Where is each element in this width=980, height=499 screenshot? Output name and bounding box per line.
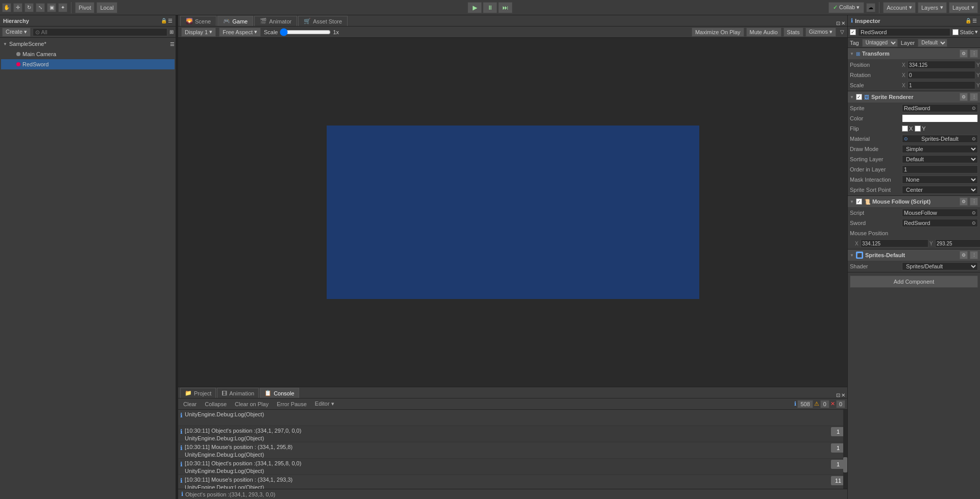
- clear-button[interactable]: Clear: [180, 400, 200, 409]
- sword-field[interactable]: RedSword ⊙: [902, 219, 978, 227]
- close-bottom-icon[interactable]: ✕: [841, 392, 845, 398]
- move-tool-icon[interactable]: ✛: [13, 3, 22, 12]
- layout-dropdown[interactable]: Layout ▾: [949, 2, 978, 13]
- collapse-button[interactable]: Collapse: [202, 400, 230, 409]
- editor-dropdown[interactable]: Editor ▾: [312, 400, 337, 409]
- flip-x-checkbox[interactable]: [902, 126, 908, 132]
- mf-more-icon[interactable]: ⋮: [970, 197, 978, 206]
- layers-dropdown[interactable]: Layers ▾: [918, 2, 947, 13]
- draw-mode-dropdown[interactable]: Simple: [902, 145, 978, 153]
- tab-asset-store[interactable]: 🛒 Asset Store: [298, 16, 348, 26]
- tab-game[interactable]: 🎮 Game: [217, 16, 253, 26]
- tab-animator[interactable]: 🎬 Animator: [254, 16, 297, 26]
- pivot-button[interactable]: Pivot: [75, 2, 94, 13]
- hierarchy-search[interactable]: [33, 28, 167, 36]
- maximize-panel-icon[interactable]: ⊡: [836, 20, 840, 26]
- mouse-x[interactable]: [861, 239, 928, 247]
- create-button[interactable]: Create ▾: [2, 28, 31, 37]
- tab-scene[interactable]: 🌄 Scene: [180, 16, 216, 26]
- sr-enabled-checkbox[interactable]: ✓: [856, 94, 862, 100]
- menu-icon[interactable]: ☰: [168, 18, 173, 23]
- collapse-icon[interactable]: ▽: [840, 29, 844, 35]
- mf-enabled-checkbox[interactable]: ✓: [856, 198, 862, 205]
- hierarchy-item-camera[interactable]: Main Camera: [1, 49, 175, 59]
- aspect-dropdown[interactable]: Free Aspect ▾: [219, 28, 261, 37]
- rotation-x[interactable]: [908, 71, 975, 79]
- script-field[interactable]: MouseFollow ⊙: [902, 209, 978, 217]
- play-button[interactable]: ▶: [468, 2, 482, 13]
- sorting-layer-dropdown[interactable]: Default: [902, 155, 978, 163]
- static-checkbox[interactable]: [952, 29, 959, 35]
- sr-settings-icon[interactable]: ⚙: [960, 93, 968, 101]
- transform-header[interactable]: ▼ ⊞ Transform ⚙ ⋮: [848, 48, 980, 59]
- maximize-on-play-button[interactable]: Maximize On Play: [692, 28, 744, 37]
- scene-menu-icon[interactable]: ☰: [170, 41, 175, 47]
- hierarchy-item-redsword[interactable]: RedSword: [1, 59, 175, 69]
- transform-more-icon[interactable]: ⋮: [970, 49, 978, 58]
- maximize-bottom-icon[interactable]: ⊡: [836, 392, 840, 398]
- sr-more-icon[interactable]: ⋮: [970, 93, 978, 101]
- tab-console[interactable]: 📋 Console: [260, 388, 299, 398]
- color-field[interactable]: [902, 114, 978, 122]
- close-panel-icon[interactable]: ✕: [841, 20, 845, 26]
- flip-y-checkbox[interactable]: [915, 126, 921, 132]
- object-name-field[interactable]: [858, 28, 950, 36]
- active-checkbox[interactable]: ✓: [850, 29, 856, 35]
- menu-inspector-icon[interactable]: ☰: [972, 18, 977, 23]
- hand-tool-icon[interactable]: ✋: [2, 3, 11, 12]
- error-pause-button[interactable]: Error Pause: [274, 400, 310, 409]
- console-scrollbar[interactable]: [843, 410, 847, 489]
- sprite-field[interactable]: RedSword ⊙: [902, 104, 978, 112]
- sprite-renderer-header[interactable]: ▼ ✓ 🖼 Sprite Renderer ⚙ ⋮: [848, 91, 980, 103]
- sprite-pick-icon[interactable]: ⊙: [972, 106, 976, 111]
- order-in-layer-field[interactable]: [902, 165, 978, 173]
- console-row-0[interactable]: ℹ [10:30:11] Object's position :(334,1, …: [178, 426, 847, 442]
- layer-dropdown[interactable]: Default: [918, 39, 947, 47]
- display-dropdown[interactable]: Display 1 ▾: [181, 28, 216, 37]
- clear-on-play-button[interactable]: Clear on Play: [232, 400, 272, 409]
- shader-dropdown[interactable]: Sprites/Default: [902, 262, 978, 270]
- console-row-partial[interactable]: ℹ UnityEngine.Debug:Log(Object): [178, 410, 847, 426]
- cloud-icon[interactable]: ☁: [866, 3, 875, 12]
- collab-button[interactable]: ✓ Collab ▾: [828, 2, 864, 13]
- script-pick-icon[interactable]: ⊙: [972, 210, 976, 215]
- mouse-y[interactable]: [935, 239, 980, 247]
- sd-more-icon[interactable]: ⋮: [970, 251, 978, 259]
- mute-audio-button[interactable]: Mute Audio: [746, 28, 781, 37]
- sd-settings-icon[interactable]: ⚙: [960, 251, 968, 259]
- mouse-follow-header[interactable]: ▼ ✓ 📜 Mouse Follow (Script) ⚙ ⋮: [848, 196, 980, 207]
- material-field[interactable]: ⊙ Sprites-Default ⊙: [902, 135, 978, 143]
- scale-x[interactable]: [908, 81, 975, 89]
- rotate-tool-icon[interactable]: ↻: [24, 3, 34, 12]
- mask-interaction-dropdown[interactable]: None: [902, 176, 978, 184]
- transform-settings-icon[interactable]: ⚙: [960, 49, 968, 58]
- local-button[interactable]: Local: [96, 2, 117, 13]
- console-row-3[interactable]: ℹ [10:30:11] Mouse's position : (334,1, …: [178, 475, 847, 489]
- material-pick-icon[interactable]: ⊙: [972, 136, 976, 141]
- account-dropdown[interactable]: Account ▾: [883, 2, 916, 13]
- position-x[interactable]: [908, 61, 975, 69]
- console-row-1[interactable]: ℹ [10:30:11] Mouse's position : (334,1, …: [178, 442, 847, 459]
- custom-tool-icon[interactable]: ✦: [58, 3, 67, 12]
- step-button[interactable]: ⏭: [498, 2, 512, 13]
- console-row-2[interactable]: ℹ [10:30:11] Object's position :(334,1, …: [178, 459, 847, 475]
- scene-item[interactable]: ▼ SampleScene* ☰: [1, 39, 175, 49]
- static-dropdown-icon[interactable]: ▾: [975, 29, 978, 35]
- rect-tool-icon[interactable]: ▣: [47, 3, 56, 12]
- stats-button[interactable]: Stats: [783, 28, 803, 37]
- sword-pick-icon[interactable]: ⊙: [972, 220, 976, 226]
- pause-button[interactable]: ⏸: [483, 2, 497, 13]
- lock-inspector-icon[interactable]: 🔒: [965, 18, 971, 23]
- console-scrollbar-thumb[interactable]: [843, 457, 847, 472]
- collapse-icon[interactable]: ⊞: [169, 29, 174, 35]
- gizmos-button[interactable]: Gizmos ▾: [805, 28, 836, 37]
- scale-slider[interactable]: [280, 28, 331, 36]
- tag-dropdown[interactable]: Untagged: [862, 39, 898, 47]
- sprite-sort-point-dropdown[interactable]: Center: [902, 186, 978, 194]
- scale-tool-icon[interactable]: ⤡: [36, 3, 45, 12]
- add-component-button[interactable]: Add Component: [850, 276, 978, 288]
- tab-animation[interactable]: 🎞 Animation: [217, 388, 259, 398]
- lock-icon[interactable]: 🔒: [161, 18, 167, 23]
- mf-settings-icon[interactable]: ⚙: [960, 197, 968, 206]
- tab-project[interactable]: 📁 Project: [180, 388, 216, 398]
